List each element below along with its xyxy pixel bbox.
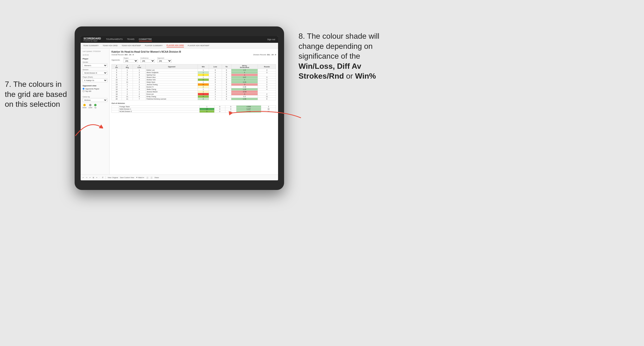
nav-tournaments[interactable]: TOURNAMENTS	[106, 37, 122, 41]
cell-win: 0	[198, 83, 209, 86]
cell-div: 16	[112, 91, 122, 93]
cell-div: 18	[112, 93, 122, 95]
cell-opponent: Alexis Sudjianto	[146, 71, 198, 74]
nav-teams[interactable]: TEAMS	[127, 37, 134, 41]
toolbar-clock[interactable]: ⏱	[102, 177, 104, 178]
tab-player-h2h-grid[interactable]: PLAYER H2H GRID	[166, 44, 184, 47]
cell-tie: 0	[222, 83, 231, 86]
col-conf: #Conf	[133, 64, 146, 69]
table-row: 6 3 3 Sydney Kuo 1 1 0 -1	[112, 74, 276, 76]
cell-conf: 2	[133, 71, 146, 74]
cell-diff: 1.33	[231, 98, 258, 100]
toolbar-view-original[interactable]: View: Original	[108, 177, 118, 178]
player-rank-label: Player (Rank)	[82, 76, 107, 78]
cell-loss: 0	[209, 79, 222, 81]
legend-up: Up	[94, 104, 96, 108]
cell-tie: 0	[222, 86, 231, 88]
cell-reg: 7	[122, 86, 133, 88]
cell-div: 20	[112, 95, 122, 98]
cell-diff: 3.33	[231, 81, 258, 83]
nav-items: TOURNAMENTS TEAMS COMMITTEE	[106, 37, 267, 41]
opponent-select[interactable]: (All)	[157, 59, 172, 63]
cell-diff: 4	[231, 71, 258, 74]
division-select[interactable]: NCAA Division III	[82, 71, 107, 75]
tab-team-h2h-heatmap[interactable]: TEAM H2H HEATMAP	[122, 44, 141, 47]
cell-div: 20	[112, 98, 122, 100]
toolbar-layout2[interactable]: ⬜	[150, 177, 153, 179]
tab-team-h2h-grid[interactable]: TEAM H2H GRID	[102, 44, 118, 47]
colour-legend: Down Level Up	[82, 104, 107, 108]
cell-reg: 8	[122, 88, 133, 91]
table-row: 15 8 5 Stella Cheng 1 0 0 1.25 4	[112, 88, 276, 91]
cell-win: 1	[198, 91, 209, 93]
toolbar-grid[interactable]: ⊞	[93, 177, 94, 179]
toolbar-redo[interactable]: ↪	[86, 177, 88, 179]
tab-team-summary[interactable]: TEAM SUMMARY	[83, 44, 99, 47]
cell-out-div-win: 1	[199, 106, 214, 108]
cell-win: 1	[198, 74, 209, 76]
last-updated-time: 16:55:38	[82, 54, 107, 56]
toolbar-layout1[interactable]: ⬜	[146, 177, 148, 179]
cell-opponent: Esther Lee	[146, 69, 198, 71]
cell-rounds: 3	[258, 76, 276, 79]
cell-div: 6	[112, 74, 122, 76]
toolbar-save-custom[interactable]: Save Custom View	[120, 177, 134, 178]
cell-out-div-opponent: NAIA Division 1	[119, 108, 199, 110]
cell-diff: -1	[231, 74, 258, 76]
cell-conf: 1	[133, 69, 146, 71]
cell-out-div-label	[112, 106, 119, 108]
player-rank-select[interactable]: 8. Katelyn Vo	[82, 78, 107, 82]
arrow-left	[74, 118, 103, 137]
table-row: 18 2 2 Euna Lee 0 1 0 -5 2	[112, 93, 276, 95]
cell-tie: 0	[222, 81, 231, 83]
region-select[interactable]: (All)	[124, 59, 138, 63]
toolbar-watch[interactable]: 👁 Watch ▾	[136, 177, 144, 179]
radio-top-100[interactable]: Top 100	[82, 90, 107, 92]
cell-conf: 2	[133, 81, 146, 83]
cell-diff: 0.3	[231, 95, 258, 98]
cell-rounds: 2	[258, 83, 276, 86]
cell-tie: 0	[222, 71, 231, 74]
cell-opponent: Sharon Mun	[146, 76, 198, 79]
cell-opponent: Sydney Kuo	[146, 74, 198, 76]
overall-record: Overall Record: 353 - 34 - 6	[112, 54, 134, 56]
table-row: 16 1 1 Jessica Mason 1 2 0 -0.94	[112, 91, 276, 93]
tab-player-h2h-heatmap[interactable]: PLAYER H2H HEATMAP	[188, 44, 210, 47]
toolbar-undo[interactable]: ↩	[82, 177, 84, 179]
cell-win: 1	[198, 88, 209, 91]
toolbar-back[interactable]: ↩	[89, 177, 91, 179]
cell-win: 2	[198, 86, 209, 88]
cell-win: 1	[198, 71, 209, 74]
colour-by-select[interactable]: Win/loss	[82, 98, 107, 102]
cell-tie: 0	[222, 79, 231, 81]
sign-out[interactable]: Sign out	[267, 38, 275, 41]
nav-committee[interactable]: COMMITTEE	[139, 37, 152, 41]
nav-right: Sign out	[267, 38, 275, 41]
conference-filter: Conference (All)	[140, 57, 155, 63]
tab-player-summary[interactable]: PLAYER SUMMARY	[145, 44, 163, 47]
toolbar-share[interactable]: Share	[154, 177, 159, 178]
legend-down-dot	[83, 104, 86, 106]
cell-opponent: Jessica Huang	[146, 83, 198, 86]
col-div: #Div	[112, 64, 122, 69]
gender-label: Gender	[82, 61, 107, 63]
cell-reg: 11	[122, 98, 133, 100]
cell-rounds: 3	[258, 81, 276, 83]
cell-conf: 1	[133, 83, 146, 86]
toolbar-cut[interactable]: ✂	[96, 177, 98, 179]
conference-select[interactable]: (All)	[140, 59, 155, 63]
cell-loss: 1	[209, 93, 222, 95]
cell-reg: 2	[122, 71, 133, 74]
cell-div: 14	[112, 86, 122, 88]
cell-div: 3	[112, 69, 122, 71]
colour-by-label: Colour by	[82, 96, 107, 98]
legend-up-dot	[94, 104, 96, 106]
radio-opponents-played[interactable]: Opponents Played	[82, 88, 107, 90]
sub-nav: TEAM SUMMARY TEAM H2H GRID TEAM H2H HEAT…	[81, 43, 278, 49]
cell-div: 9	[112, 76, 122, 79]
cell-conf: 2	[133, 93, 146, 95]
cell-conf: 6	[133, 95, 146, 98]
gender-select[interactable]: Women's	[82, 63, 107, 67]
toolbar-dot[interactable]: ·	[100, 177, 100, 178]
cell-reg: 1	[122, 91, 133, 93]
